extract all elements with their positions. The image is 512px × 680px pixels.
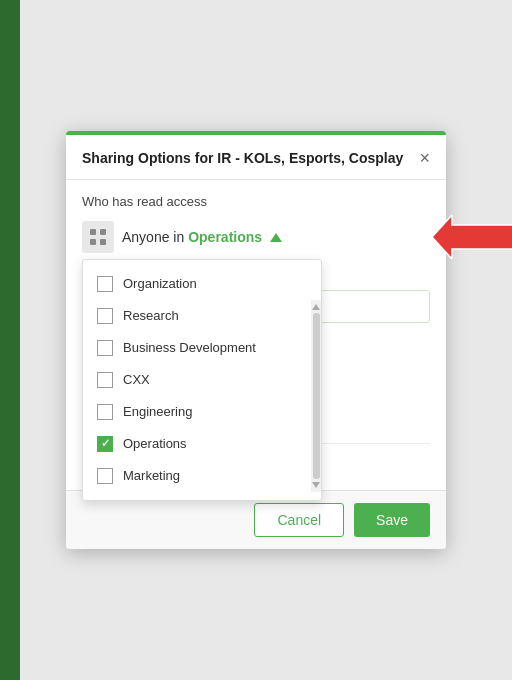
access-row: Anyone in Operations Organiz [82,221,430,253]
engineering-checkbox[interactable] [97,404,113,420]
bizdev-label: Business Development [123,340,256,355]
research-checkbox[interactable] [97,308,113,324]
dropdown-scroll-area: Research Business Development CXX [83,300,321,492]
engineering-label: Engineering [123,404,192,419]
svg-rect-0 [90,229,96,235]
red-arrow-svg [432,215,512,259]
scrollbar[interactable] [311,300,321,492]
bg-sidebar [0,0,20,680]
grid-svg-icon [88,227,108,247]
marketing-checkbox[interactable] [97,468,113,484]
scroll-down-arrow[interactable] [312,482,320,488]
modal-overlay: Sharing Options for IR - KOLs, Esports, … [0,0,512,680]
org-label: Organization [123,276,197,291]
modal-title: Sharing Options for IR - KOLs, Esports, … [82,149,411,169]
scroll-thumb[interactable] [313,313,320,479]
svg-rect-2 [90,239,96,245]
access-prefix: Anyone in [122,229,184,245]
dropdown-item-bizdev[interactable]: Business Development [83,332,311,364]
dropdown-item-operations[interactable]: Operations [83,428,311,460]
dropdown-item-cxx[interactable]: CXX [83,364,311,396]
close-button[interactable]: × [419,149,430,167]
modal-header: Sharing Options for IR - KOLs, Esports, … [66,135,446,180]
grid-icon [82,221,114,253]
cancel-button[interactable]: Cancel [254,503,344,537]
dropdown-item-research[interactable]: Research [83,300,311,332]
dropdown-item-marketing[interactable]: Marketing [83,460,311,492]
save-button[interactable]: Save [354,503,430,537]
operations-checkbox[interactable] [97,436,113,452]
bizdev-checkbox[interactable] [97,340,113,356]
research-label: Research [123,308,179,323]
access-section-label: Who has read access [82,194,430,209]
department-dropdown: Organization Research Business Developme… [82,259,322,501]
red-arrow-annotation [432,215,512,259]
svg-marker-4 [432,215,512,259]
dropdown-scrollable: Research Business Development CXX [83,300,321,492]
sharing-modal: Sharing Options for IR - KOLs, Esports, … [66,131,446,549]
modal-body: Who has read access Anyone in Operations [66,180,446,490]
cxx-checkbox[interactable] [97,372,113,388]
svg-rect-3 [100,239,106,245]
operations-label: Operations [123,436,187,451]
marketing-label: Marketing [123,468,180,483]
access-text: Anyone in Operations [122,229,282,245]
access-dept[interactable]: Operations [188,229,262,245]
scroll-up-arrow[interactable] [312,304,320,310]
svg-rect-1 [100,229,106,235]
cxx-label: CXX [123,372,150,387]
dropdown-item-engineering[interactable]: Engineering [83,396,311,428]
org-checkbox[interactable] [97,276,113,292]
triangle-up-icon[interactable] [270,233,282,242]
dropdown-item-organization[interactable]: Organization [83,268,321,300]
